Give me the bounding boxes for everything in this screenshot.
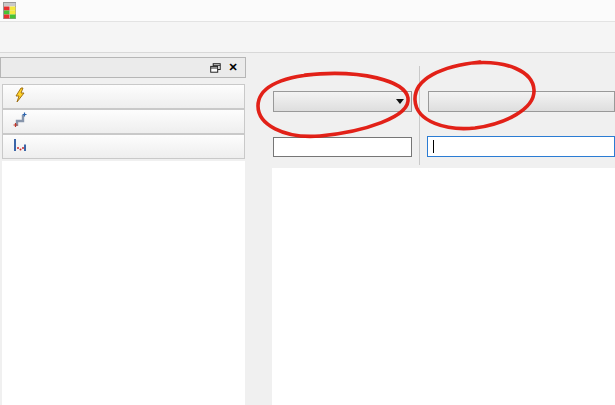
- float-panel-icon[interactable]: [208, 61, 222, 75]
- menu-bar: [0, 0, 615, 22]
- layer2-filter-input[interactable]: [427, 136, 615, 157]
- dropdown-arrow-icon: [396, 99, 404, 104]
- text-caret: [433, 140, 434, 153]
- worksheet-button-spacing[interactable]: [2, 134, 245, 159]
- form-divider: [419, 66, 420, 165]
- layer2-dropdown[interactable]: [428, 91, 615, 112]
- worksheet-button-physical[interactable]: [2, 109, 245, 134]
- layer1-filter-input[interactable]: [273, 137, 412, 157]
- worksheet-selector-titlebar: ✕: [0, 57, 246, 78]
- worksheet-button-electrical[interactable]: [2, 84, 245, 109]
- toolbar: [0, 22, 615, 53]
- spacing-caliper-icon: [12, 137, 28, 156]
- physical-trace-icon: [12, 112, 28, 131]
- lightning-icon: [12, 87, 28, 106]
- application-window: ✕: [0, 0, 615, 405]
- worksheet-tree: [2, 161, 245, 405]
- close-panel-icon[interactable]: ✕: [226, 61, 240, 75]
- layer1-dropdown[interactable]: [273, 91, 412, 112]
- matrix-viewport: [272, 168, 615, 405]
- app-icon: [3, 2, 19, 19]
